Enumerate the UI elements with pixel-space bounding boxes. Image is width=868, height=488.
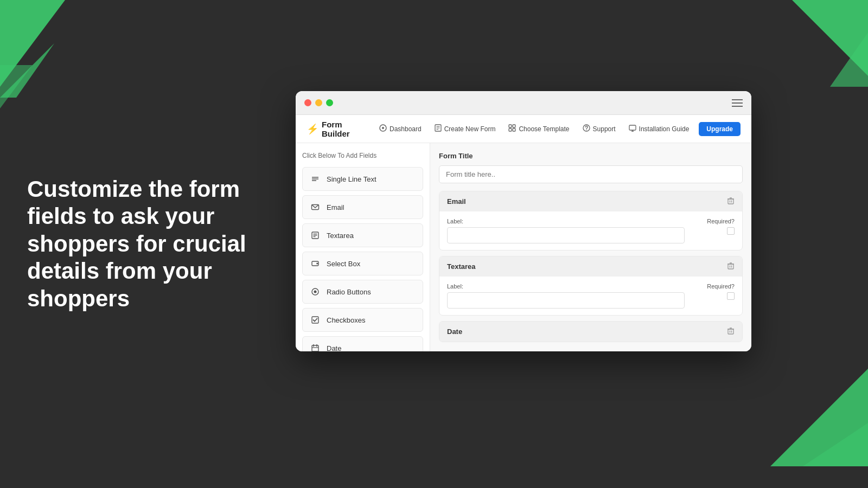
field-item-label: Select Box bbox=[327, 260, 360, 268]
nav-dashboard[interactable]: Dashboard bbox=[374, 121, 427, 137]
title-bar bbox=[296, 91, 751, 115]
svg-rect-15 bbox=[509, 129, 512, 131]
svg-marker-1 bbox=[0, 43, 54, 98]
fields-panel: Click Below To Add Fields Single Line Te… bbox=[296, 143, 430, 351]
field-input-group: Label: bbox=[447, 283, 685, 309]
svg-marker-3 bbox=[792, 0, 868, 76]
field-item-icon bbox=[309, 342, 321, 351]
nav-create-form-label: Create New Form bbox=[444, 125, 496, 133]
field-item-textarea[interactable]: Textarea bbox=[302, 223, 423, 247]
svg-point-8 bbox=[382, 127, 384, 129]
form-field-body: Label: Required? bbox=[439, 211, 742, 250]
form-field-card-textarea: Textarea Label: R bbox=[439, 256, 743, 316]
field-label-text: Label: bbox=[447, 283, 685, 290]
field-item-icon bbox=[309, 314, 321, 326]
hero-headline: Customize the form fields to ask your sh… bbox=[27, 176, 255, 312]
field-item-icon bbox=[309, 201, 321, 213]
field-items-list: Single Line Text Email Textarea Select B… bbox=[302, 167, 423, 351]
installation-guide-icon bbox=[629, 124, 636, 133]
nav-support-label: Support bbox=[593, 125, 616, 133]
field-item-label: Single Line Text bbox=[327, 175, 376, 183]
form-field-header[interactable]: Email bbox=[439, 191, 742, 211]
support-icon bbox=[583, 124, 590, 133]
form-fields-container: Email Label: Requ bbox=[439, 191, 743, 342]
nav-create-form[interactable]: Create New Form bbox=[429, 121, 501, 137]
minimize-button[interactable] bbox=[315, 99, 322, 106]
field-item-checkboxes[interactable]: Checkboxes bbox=[302, 308, 423, 332]
field-item-label: Email bbox=[327, 203, 344, 211]
field-item-icon bbox=[309, 258, 321, 269]
field-item-icon bbox=[309, 173, 321, 185]
form-field-body: Label: Required? bbox=[439, 277, 742, 315]
form-field-card-email: Email Label: Requ bbox=[439, 191, 743, 251]
brand-name: Form Builder bbox=[322, 120, 372, 138]
required-label-text: Required? bbox=[707, 283, 735, 290]
hero-text: Customize the form fields to ask your sh… bbox=[27, 176, 255, 312]
required-checkbox[interactable] bbox=[727, 292, 735, 300]
brand: ⚡ Form Builder bbox=[307, 120, 372, 138]
form-panel: Form Title Email Label: bbox=[430, 143, 751, 351]
svg-marker-4 bbox=[830, 33, 868, 87]
nav-choose-template-label: Choose Template bbox=[519, 125, 569, 133]
field-label-text: Label: bbox=[447, 218, 685, 224]
svg-marker-5 bbox=[770, 369, 868, 466]
field-item-icon bbox=[309, 286, 321, 298]
create-form-icon bbox=[435, 124, 442, 133]
field-input-box[interactable] bbox=[447, 227, 685, 243]
required-group: Required? bbox=[691, 218, 735, 235]
required-checkbox[interactable] bbox=[727, 227, 735, 235]
field-row: Label: Required? bbox=[447, 283, 735, 309]
field-input-group: Label: bbox=[447, 218, 685, 243]
form-field-title: Textarea bbox=[447, 262, 476, 271]
svg-marker-2 bbox=[0, 65, 33, 108]
required-label-text: Required? bbox=[707, 218, 735, 224]
svg-marker-6 bbox=[803, 423, 868, 466]
field-item-select-box[interactable]: Select Box bbox=[302, 252, 423, 275]
form-title-input[interactable] bbox=[439, 165, 743, 183]
form-field-header[interactable]: Date bbox=[439, 322, 742, 342]
brand-logo-icon: ⚡ bbox=[307, 123, 318, 135]
field-item-single-line-text[interactable]: Single Line Text bbox=[302, 167, 423, 191]
nav-dashboard-label: Dashboard bbox=[390, 125, 422, 133]
form-field-card-date: Date bbox=[439, 321, 743, 342]
choose-template-icon bbox=[508, 124, 516, 133]
svg-rect-35 bbox=[312, 345, 318, 351]
svg-rect-13 bbox=[509, 125, 512, 127]
svg-point-33 bbox=[314, 291, 317, 293]
delete-field-icon[interactable] bbox=[727, 327, 735, 336]
field-item-icon bbox=[309, 229, 321, 241]
nav-support[interactable]: Support bbox=[577, 121, 621, 137]
main-content: Click Below To Add Fields Single Line Te… bbox=[296, 143, 751, 351]
delete-field-icon[interactable] bbox=[727, 197, 735, 206]
form-field-title: Email bbox=[447, 197, 466, 206]
svg-rect-16 bbox=[513, 129, 515, 131]
field-row: Label: Required? bbox=[447, 218, 735, 243]
fields-panel-title: Click Below To Add Fields bbox=[302, 152, 423, 159]
field-item-radio-buttons[interactable]: Radio Buttons bbox=[302, 280, 423, 304]
svg-rect-19 bbox=[629, 125, 636, 130]
close-button[interactable] bbox=[304, 99, 311, 106]
window-controls bbox=[304, 99, 333, 106]
hamburger-icon[interactable] bbox=[732, 99, 743, 107]
form-field-header[interactable]: Textarea bbox=[439, 256, 742, 277]
field-input-box[interactable] bbox=[447, 292, 685, 309]
nav-installation-guide[interactable]: Installation Guide bbox=[623, 121, 695, 137]
form-field-title: Date bbox=[447, 328, 462, 336]
nav-choose-template[interactable]: Choose Template bbox=[503, 121, 575, 137]
maximize-button[interactable] bbox=[326, 99, 333, 106]
nav-installation-guide-label: Installation Guide bbox=[639, 125, 690, 133]
nav-bar: ⚡ Form Builder Dashboard Creat bbox=[296, 115, 751, 143]
form-title-label: Form Title bbox=[439, 152, 743, 160]
delete-field-icon[interactable] bbox=[727, 262, 735, 271]
field-item-label: Textarea bbox=[327, 232, 354, 240]
field-item-label: Checkboxes bbox=[327, 316, 366, 324]
upgrade-button[interactable]: Upgrade bbox=[699, 122, 741, 136]
svg-rect-44 bbox=[728, 264, 733, 269]
svg-rect-49 bbox=[728, 329, 733, 334]
dashboard-icon bbox=[379, 124, 387, 133]
svg-point-18 bbox=[586, 130, 586, 130]
field-item-label: Date bbox=[327, 344, 341, 352]
field-item-date[interactable]: Date bbox=[302, 336, 423, 351]
field-item-email[interactable]: Email bbox=[302, 195, 423, 219]
svg-marker-0 bbox=[0, 0, 65, 87]
